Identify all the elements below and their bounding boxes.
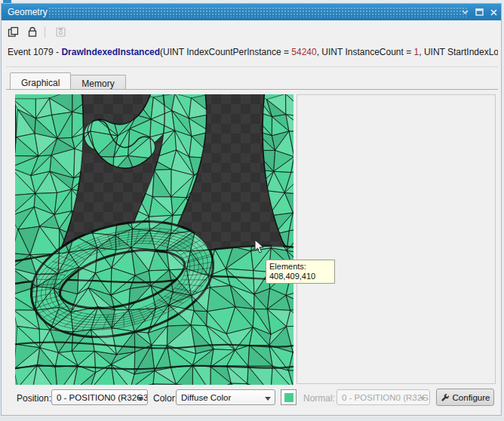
mouse-cursor [254, 239, 265, 254]
position-label: Position: [17, 393, 51, 404]
chevron-down-icon [137, 397, 143, 401]
lock-button[interactable] [24, 23, 41, 40]
options-panel [297, 94, 496, 384]
window-bottom-edge [0, 416, 504, 421]
tab-graphical[interactable]: Graphical [10, 72, 71, 89]
configure-label: Configure [453, 393, 490, 402]
event-segment: , UINT InstanceCount = [317, 47, 414, 57]
titlebar[interactable]: Geometry [2, 4, 501, 20]
position-value: 0 - POSITION0 (R32G3 [57, 393, 148, 402]
position-select[interactable]: 0 - POSITION0 (R32G3 [51, 389, 148, 405]
color-select[interactable]: Diffuse Color [176, 389, 275, 405]
color-value: Diffuse Color [181, 393, 231, 402]
tooltip-line1: Elements: [269, 262, 331, 272]
wrench-icon [441, 393, 450, 402]
color-swatch-value [284, 393, 293, 402]
save-button[interactable] [52, 23, 69, 40]
event-segment: , UINT StartIndexLocation = [419, 47, 498, 57]
elements-tooltip: Elements: 408,409,410 [266, 260, 335, 284]
titlebar-texture [48, 7, 468, 17]
toolbar-separator [45, 26, 45, 38]
color-label: Color: [153, 393, 177, 404]
tab-pane-border [6, 89, 498, 90]
event-segment: (UINT IndexCountPerInstance = [160, 47, 291, 57]
normal-select: 0 - POSITION0 (R32G3 [337, 389, 430, 405]
window-title: Geometry [2, 7, 48, 17]
color-swatch-button[interactable] [281, 389, 297, 405]
toolbar [2, 20, 501, 43]
geometry-window: Geometry Event 1079 - DrawIndexedInstanc… [0, 0, 504, 421]
mesh-viewport[interactable] [15, 94, 293, 385]
event-segment: DrawIndexedInstanced [61, 47, 160, 57]
copy-button[interactable] [5, 23, 21, 40]
normal-label: Normal: [303, 393, 335, 404]
chevron-down-icon [265, 397, 271, 401]
maximize-icon[interactable] [475, 8, 484, 17]
separator [6, 66, 498, 67]
chevron-down-icon[interactable] [460, 8, 469, 17]
normal-value: 0 - POSITION0 (R32G3 [342, 393, 430, 402]
chevron-down-icon [419, 397, 426, 401]
event-segment: 54240 [291, 47, 316, 57]
tab-bar: GraphicalMemory [10, 72, 125, 89]
tab-memory[interactable]: Memory [70, 75, 125, 89]
event-line: Event 1079 - DrawIndexedInstanced(UINT I… [8, 47, 498, 57]
event-segment: Event 1079 - [8, 47, 61, 57]
close-icon[interactable] [489, 8, 498, 17]
configure-button[interactable]: Configure [436, 389, 494, 406]
tooltip-line2: 408,409,410 [269, 272, 331, 281]
